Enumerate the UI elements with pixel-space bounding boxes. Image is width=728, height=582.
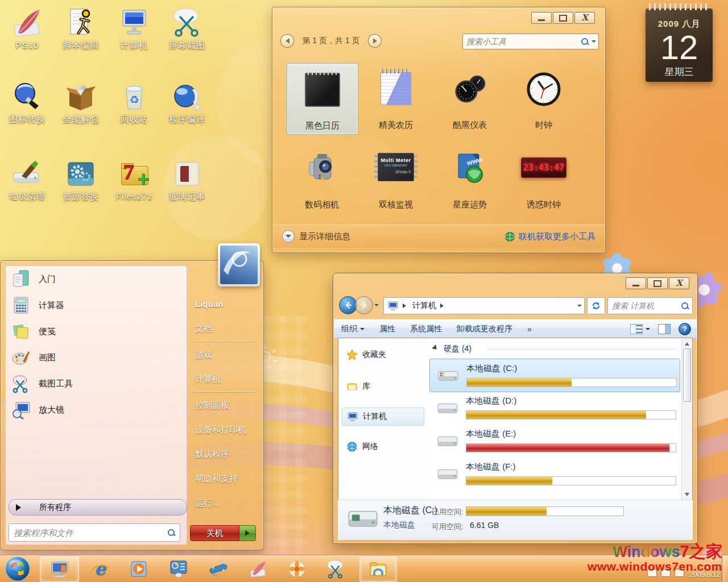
recent-pages-caret-icon[interactable] [374, 304, 379, 309]
gadget-tile-dark-gauges[interactable]: 酷黑仪表 [435, 63, 505, 134]
close-button[interactable]: X [574, 12, 595, 24]
vertical-scrollbar[interactable] [681, 338, 692, 500]
desktop-icon-icon-converter[interactable]: 图标转换 [1, 81, 53, 125]
explorer-search-input[interactable] [608, 301, 679, 310]
gadget-tile-camera[interactable]: 数码相机 [287, 143, 357, 213]
group-header-hard-disks[interactable]: 硬盘 (4) [433, 344, 471, 354]
minimize-button[interactable] [531, 12, 552, 24]
help-button[interactable]: ? [679, 323, 691, 335]
desktop-icon-files27z[interactable]: 7 + Files27z [108, 158, 160, 201]
address-dropdown-caret-icon[interactable] [577, 305, 582, 309]
start-menu-item-help-support[interactable]: 帮助和支持 [188, 466, 260, 490]
desktop-icon-resource-replacer[interactable]: 资源替换 [55, 158, 107, 202]
start-menu-item-sticky-notes[interactable]: 便笺 [6, 318, 187, 344]
taskbar-button-internet-explorer[interactable]: e [86, 556, 114, 581]
gadget-tile-cpu-monitor[interactable]: Multi Meter CPU MEMORY SFkilla © 双核监视 [361, 143, 431, 213]
taskbar-button-media-player[interactable] [125, 556, 152, 581]
shutdown-options-button[interactable] [239, 525, 256, 541]
scrollbar-thumb[interactable] [683, 348, 691, 402]
start-menu-user-name[interactable]: Liquan [188, 292, 260, 316]
gadget-tile-horoscope[interactable]: www 星座运势 [435, 143, 505, 213]
refresh-button[interactable] [587, 297, 605, 314]
www-globe-icon: www [452, 151, 488, 187]
close-button[interactable]: X [669, 277, 689, 289]
nav-item-favorites[interactable]: 收藏夹 [342, 346, 424, 363]
drive-row-f[interactable]: 本地磁盘 (F:) [429, 458, 680, 490]
get-more-gadgets-link[interactable]: 联机获取更多小工具 [505, 231, 595, 242]
nav-item-libraries[interactable]: 库 [342, 378, 424, 395]
start-menu-item-documents[interactable]: 文档 [188, 316, 260, 340]
gadget-search-input[interactable] [463, 37, 579, 46]
gauges-icon [452, 71, 488, 107]
drive-row-d[interactable]: 本地磁盘 (D:) [429, 392, 680, 424]
maximize-button[interactable] [647, 277, 668, 289]
shutdown-button[interactable]: 关机 [190, 525, 239, 541]
desktop-icon-unpacker[interactable]: 全能解包 [55, 81, 107, 125]
views-button[interactable] [630, 324, 650, 334]
taskbar-button-explorer[interactable] [359, 556, 397, 582]
breadcrumb-item[interactable]: 计算机 [412, 301, 436, 311]
gadget-tile-lunar-calendar[interactable]: 精美农历 [361, 63, 431, 134]
toolbar-system-properties-button[interactable]: 系统属性 [403, 319, 449, 338]
gadget-gallery-window: X 第 1 页，共 1 页 黑色日历 精美农历 [272, 7, 606, 253]
maximize-button[interactable] [553, 12, 573, 24]
start-menu-item-calculator[interactable]: 计算器 [6, 292, 187, 318]
all-programs-button[interactable]: 所有程序 [9, 499, 187, 516]
taskbar-button-ps10[interactable] [245, 556, 272, 581]
search-dropdown-caret-icon[interactable] [592, 40, 596, 45]
collapse-triangle-icon [432, 344, 441, 354]
desktop-icon-recycle-bin[interactable]: ♻ 回收站 [108, 81, 160, 125]
desktop-icon-compiler[interactable]: 程序编译 [161, 81, 213, 125]
desktop-icon-screenshot[interactable]: 屏幕截图 [161, 7, 213, 51]
prev-page-button[interactable] [280, 34, 294, 48]
show-desktop-button[interactable] [722, 555, 728, 582]
desktop-icon-glass-notes[interactable]: 玻璃记事 [161, 158, 213, 202]
drive-row-e[interactable]: 本地磁盘 (E:) [429, 425, 680, 457]
start-menu-search-input[interactable] [9, 528, 166, 538]
gadget-tile-digital-clock[interactable]: 23:43:47 诱惑时钟 [508, 143, 579, 213]
start-menu-item-magnifier[interactable]: 放大镜 [6, 397, 187, 423]
nav-item-computer[interactable]: 计算机 [342, 408, 424, 426]
taskbar-button-control-panel[interactable] [165, 556, 192, 581]
desktop-icon-label: 图标转换 [1, 114, 53, 125]
desktop-icon-ps10[interactable]: PS10 [1, 7, 53, 50]
taskbar-button-gadget-gallery[interactable] [40, 556, 79, 582]
toolbar-organize-button[interactable]: 组织 [334, 319, 372, 338]
desktop-icon-computer[interactable]: 计算机 [108, 7, 160, 51]
calendar-gadget[interactable]: 2009 八月 12 星期三 [646, 3, 713, 82]
toolbar-uninstall-button[interactable]: 卸载或更改程序 [449, 319, 520, 338]
preview-pane-button[interactable] [658, 324, 671, 334]
nav-item-network[interactable]: 网络 [342, 438, 424, 455]
taskbar-button-flower-app[interactable] [283, 556, 311, 581]
scroll-down-button[interactable] [682, 491, 692, 500]
start-button[interactable] [5, 556, 31, 582]
start-menu-item-games[interactable]: 游戏 [188, 342, 260, 367]
scroll-up-button[interactable] [682, 338, 692, 347]
gadget-tile-clock[interactable]: 时钟 [508, 63, 579, 134]
maximize-icon [559, 15, 567, 22]
desktop-icon-disk-cleaner[interactable]: 垃圾清理 [1, 158, 53, 202]
forward-button[interactable] [355, 296, 373, 314]
start-menu-item-devices-printers[interactable]: 设备和打印机 [188, 417, 260, 442]
start-menu-item-computer[interactable]: 计算机 [188, 367, 260, 391]
start-menu-item-control-panel[interactable]: 控制面板 [188, 393, 260, 417]
minimize-icon [632, 285, 639, 286]
taskbar-button-utility-tool[interactable] [205, 556, 232, 581]
start-menu-item-getting-started[interactable]: 入门 [6, 266, 187, 292]
drive-row-c[interactable]: 本地磁盘 (C:) [429, 359, 680, 392]
start-menu-item-run[interactable]: 运行... [188, 490, 260, 515]
start-menu-item-paint[interactable]: 画图 [6, 344, 187, 371]
show-details-toggle[interactable]: 显示详细信息 [282, 230, 350, 243]
start-menu-item-default-programs[interactable]: 默认程序 [188, 442, 260, 466]
search-icon[interactable] [581, 38, 589, 45]
desktop-icon-script-editor[interactable]: 脚本编辑 [55, 7, 107, 51]
toolbar-properties-button[interactable]: 属性 [372, 319, 403, 338]
start-menu-item-snipping-tool[interactable]: 截图工具 [6, 371, 187, 397]
next-page-button[interactable] [368, 34, 382, 48]
address-bar[interactable]: 计算机 [383, 297, 585, 314]
user-avatar[interactable] [218, 243, 260, 286]
toolbar-overflow-button[interactable]: » [520, 319, 539, 338]
minimize-button[interactable] [626, 277, 646, 289]
taskbar-button-snipping-tool[interactable] [322, 556, 349, 581]
gadget-tile-black-calendar[interactable]: 黑色日历 [287, 63, 358, 135]
